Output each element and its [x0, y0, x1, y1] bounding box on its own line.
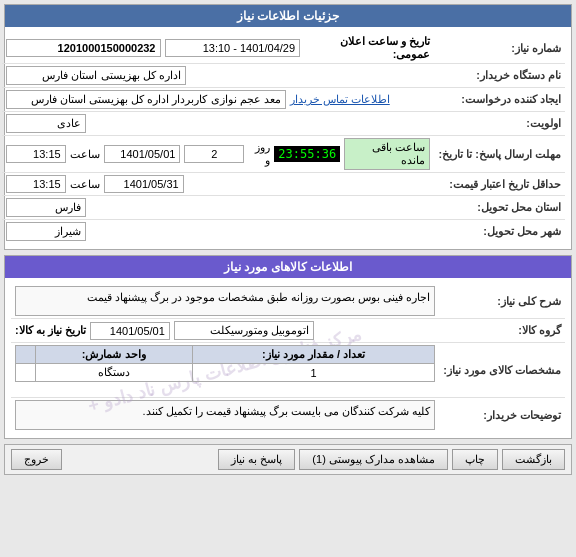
value-ostan: فارس	[6, 198, 86, 217]
btn-pasokh[interactable]: پاسخ به نیاز	[218, 449, 295, 470]
value-tarikh: 1401/04/29 - 13:10	[165, 39, 301, 57]
section1-header: جزئیات اطلاعات نیاز	[5, 5, 571, 27]
label-ostan: استان محل تحویل:	[434, 196, 565, 220]
label-namDastgah: نام دستگاه خریدار:	[434, 64, 565, 88]
label-grouh: گروه کالا:	[439, 319, 565, 343]
label-tazih: توضیحات خریدار:	[439, 398, 565, 433]
goods-row: 1 دستگاه	[16, 364, 435, 382]
value-sharh: اجاره فینی بوس بصورت روزانه طبق مشخصات م…	[15, 286, 435, 316]
label-tarikh-saat: تاریخ و ساعت اعلان عمومی:	[304, 35, 430, 61]
th-vahed: واحد شمارش:	[35, 346, 192, 364]
label-moshakhkhasat: مشخصات کالای مورد نیاز:	[439, 343, 565, 398]
btn-bazgasht[interactable]: بازگشت	[502, 449, 565, 470]
value-grouh: اتوموبیل ومتورسیکلت	[174, 321, 314, 340]
label-saat: ساعت	[70, 148, 100, 161]
label-shahr: شهر محل تحویل:	[434, 220, 565, 244]
btn-chap[interactable]: چاپ	[452, 449, 498, 470]
td-unit: دستگاه	[35, 364, 192, 382]
value-tazih: کلیه شرکت کنندگان می بایست برگ پیشنهاد ق…	[15, 400, 435, 430]
label-sharh: شرح کلی نیاز:	[439, 284, 565, 319]
th-tedad: تعداد / مقدار مورد نیاز:	[192, 346, 434, 364]
value-tarikh-niaz: 1401/05/01	[90, 322, 170, 340]
value-mohlat-baghimande: ساعت باقی مانده	[344, 138, 430, 170]
btn-mosha[interactable]: مشاهده مدارک پیوستی (1)	[299, 449, 448, 470]
value-hedaghal-tarikh: 1401/05/31	[104, 175, 184, 193]
value-hedaghal-saat: 13:15	[6, 175, 66, 193]
label-hedaghal: حداقل تاریخ اعتبار قیمت:	[434, 173, 565, 196]
label-ijadKonande: ایجاد کننده درخواست:	[434, 88, 565, 112]
value-shomareNiaz: 1201000150000232	[6, 39, 161, 57]
value-mohlat-saat: 13:15	[6, 145, 66, 163]
value-mohlat-tarikh: 1401/05/01	[104, 145, 181, 163]
ettelaat-link[interactable]: اطلاعات تماس خریدار	[290, 93, 390, 106]
value-mohlat-roz: 2	[184, 145, 244, 163]
value-namDastgah: اداره کل بهزیستی استان فارس	[6, 66, 186, 85]
th-empty	[16, 346, 36, 364]
value-countdown: 23:55:36	[274, 146, 340, 162]
label-mohlat: مهلت ارسال پاسخ: تا تاریخ:	[434, 136, 565, 173]
label-saat2: ساعت	[70, 178, 100, 191]
value-ijadKonande: معد عجم نوازی کاربردار اداره کل بهزیستی …	[6, 90, 286, 109]
value-avaliyet: عادی	[6, 114, 86, 133]
value-shahr: شیراز	[6, 222, 86, 241]
section2-header: اطلاعات کالاهای مورد نیاز	[5, 256, 571, 278]
label-roz: روز و	[248, 141, 270, 167]
label-shomareNiaz: شماره نیاز:	[434, 33, 565, 64]
label-tarikh-niaz: تاریخ نیاز به کالا:	[15, 324, 86, 337]
td-detail	[16, 364, 36, 382]
td-count: 1	[192, 364, 434, 382]
btn-khoroj[interactable]: خروج	[11, 449, 62, 470]
bottom-bar: پاسخ به نیاز مشاهده مدارک پیوستی (1) چاپ…	[4, 444, 572, 475]
label-avaliyet: اولویت:	[434, 112, 565, 136]
